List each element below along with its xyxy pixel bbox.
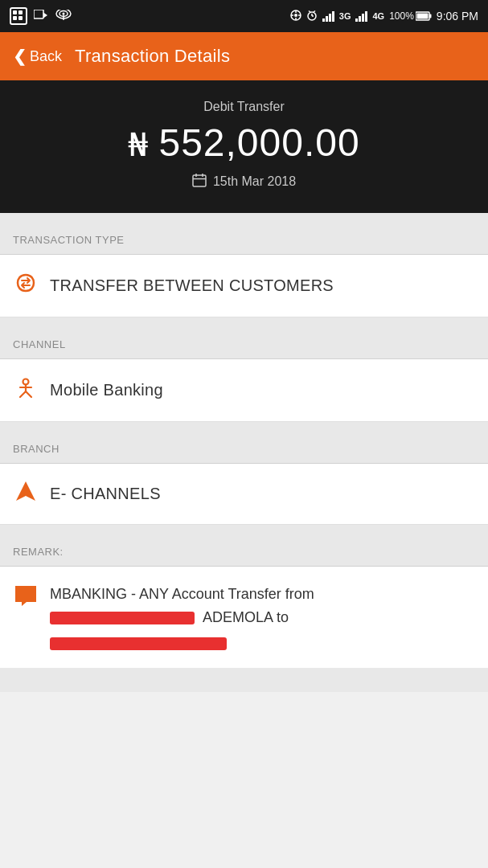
back-arrow-icon: ❮ [13,47,27,66]
branch-row: E- CHANNELS [0,464,488,525]
branch-section-label: BRANCH [13,443,59,455]
svg-rect-23 [429,14,432,18]
svg-rect-24 [193,175,206,186]
currency-symbol: ₦ [128,127,158,162]
svg-line-19 [309,10,311,12]
signal-bars [322,10,334,22]
svg-rect-22 [416,14,428,19]
channel-section-label: CHANNEL [13,338,66,350]
transaction-type-section-label: TRANSACTION TYPE [13,234,125,246]
remark-text-start: MBANKING - ANY Account Transfer from [50,586,314,602]
svg-rect-0 [13,10,17,14]
4g-signal-bars [355,10,367,22]
gps-icon [290,10,301,23]
transaction-type-value: TRANSFER BETWEEN CUSTOMERS [50,276,334,295]
svg-rect-2 [13,16,17,20]
gap-1 [0,213,488,223]
mobile-banking-icon [13,375,39,405]
battery-percent: 100% [389,10,414,22]
back-button[interactable]: ❮ Back [13,47,62,66]
signal-icon [55,10,72,23]
svg-line-30 [20,391,26,397]
svg-line-31 [26,391,31,397]
bottom-gap [0,668,488,692]
svg-point-8 [63,12,65,14]
comment-icon [13,584,39,612]
transaction-date: 15th Mar 2018 [213,174,296,189]
branch-header: BRANCH [0,432,488,464]
alarm-icon [306,10,318,23]
4g-type: 4G [372,11,384,21]
blackberry-icon [10,7,27,25]
remark-content: MBANKING - ANY Account Transfer from ADE… [13,583,475,652]
remark-section-label: REMARK: [13,546,64,558]
svg-rect-1 [18,10,23,14]
toolbar: ❮ Back Transaction Details [0,32,488,80]
navigation-icon [13,480,39,508]
battery-indicator: 100% [389,10,432,22]
back-label: Back [30,48,62,65]
redacted-2 [50,637,227,650]
status-bar: 3G 4G 100% 9:06 PM [0,0,488,32]
calendar-icon [192,173,207,190]
branch-value: E- CHANNELS [50,485,161,503]
status-left [10,7,72,25]
transaction-type-header: TRANSACTION TYPE [0,223,488,255]
hero-section: Debit Transfer ₦ 552,000.00 15th Mar 201… [0,80,488,213]
transaction-type-row: TRANSFER BETWEEN CUSTOMERS [0,255,488,317]
media-icon [34,10,48,23]
network-type: 3G [339,11,351,21]
transaction-type-label: Debit Transfer [13,100,475,114]
status-right: 3G 4G 100% 9:06 PM [290,10,478,23]
svg-marker-5 [43,12,47,18]
remark-name: ADEMOLA to [203,609,289,625]
svg-line-20 [313,10,315,12]
page-title: Transaction Details [75,46,230,67]
gap-2 [0,317,488,327]
amount-display: ₦ 552,000.00 [13,121,475,165]
time-display: 9:06 PM [437,10,478,23]
channel-row: Mobile Banking [0,359,488,422]
svg-marker-33 [16,481,35,501]
redacted-1 [50,612,195,624]
channel-value: Mobile Banking [50,381,163,399]
svg-rect-4 [34,10,43,18]
transfer-icon [13,271,39,301]
channel-header: CHANNEL [0,327,488,359]
amount-value: 552,000.00 [158,121,359,164]
svg-rect-3 [18,16,23,20]
gap-4 [0,525,488,534]
remark-text: MBANKING - ANY Account Transfer from ADE… [50,583,475,652]
remark-header: REMARK: [0,534,488,567]
gap-3 [0,422,488,432]
remark-row: MBANKING - ANY Account Transfer from ADE… [0,567,488,668]
date-row: 15th Mar 2018 [13,173,475,190]
svg-point-11 [294,14,297,17]
